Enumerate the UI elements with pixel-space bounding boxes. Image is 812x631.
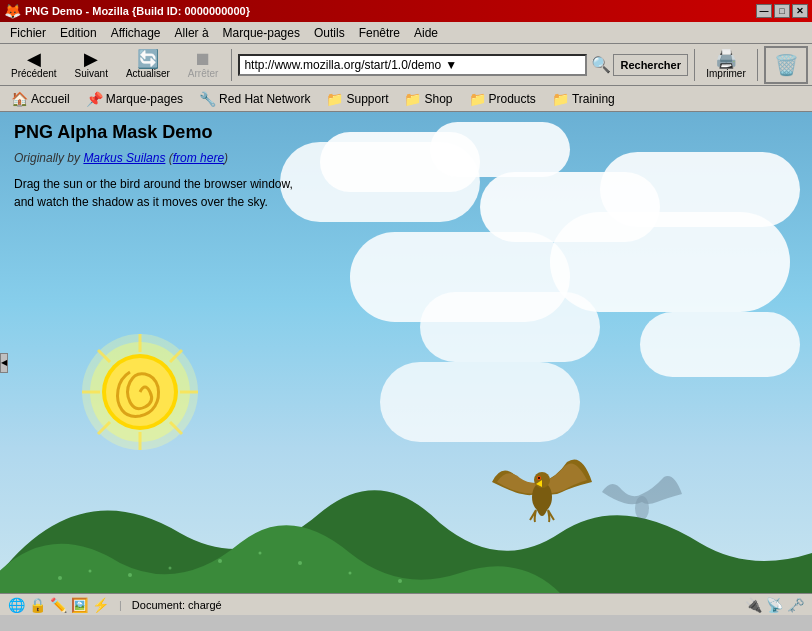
status-icon-5: ⚡ [92,597,109,613]
page-subtitle: Originally by Markus Suilans (from here) [14,151,293,165]
status-icon-3: ✏️ [50,597,67,613]
stop-icon: ⏹ [194,50,212,68]
author-link[interactable]: Markus Suilans [83,151,165,165]
back-label: Précédent [11,68,57,79]
bookmark-shop[interactable]: 📁 Shop [397,88,459,110]
forward-label: Suivant [75,68,108,79]
cloud-7 [550,212,790,312]
print-icon: 🖨️ [715,50,737,68]
svg-point-22 [259,552,262,555]
search-icon: 🔍 [591,55,611,74]
address-area: http://www.mozilla.org/start/1.0/demo ▼ [238,54,587,76]
bookmark-redhat[interactable]: 🔧 Red Hat Network [192,88,317,110]
subtitle-text: Originally by [14,151,80,165]
support-icon: 📁 [326,91,343,107]
dropdown-icon[interactable]: ▼ [445,58,457,72]
content-overlay: PNG Alpha Mask Demo Originally by Markus… [14,122,293,211]
status-bar: 🌐 🔒 ✏️ 🖼️ ⚡ | Document: chargé 🔌 📡 🗝️ [0,593,812,615]
title-bar: 🦊 PNG Demo - Mozilla {Build ID: 00000000… [0,0,812,22]
status-right-icon-1: 🔌 [745,597,762,613]
address-bar[interactable]: http://www.mozilla.org/start/1.0/demo ▼ [238,54,587,76]
bookmark-label: Accueil [31,92,70,106]
toolbar: ◀ Précédent ▶ Suivant 🔄 Actualiser ⏹ Arr… [0,44,812,86]
status-icon-4: 🖼️ [71,597,88,613]
page-description: Drag the sun or the bird around the brow… [14,175,293,211]
svg-point-16 [635,496,649,520]
hills [0,453,812,593]
bookmark-support[interactable]: 📁 Support [319,88,395,110]
status-left: 🌐 🔒 ✏️ 🖼️ ⚡ | Document: chargé [8,597,222,613]
forward-button[interactable]: ▶ Suivant [68,46,115,84]
cloud-9 [640,312,800,377]
toolbar-separator-3 [757,49,758,81]
refresh-label: Actualiser [126,68,170,79]
toolbar-separator-2 [694,49,695,81]
sun[interactable] [80,332,200,452]
search-button[interactable]: Rechercher [613,54,688,76]
bookmark-accueil[interactable]: 🏠 Accueil [4,88,77,110]
toolbar-separator [231,49,232,81]
menu-fenetre[interactable]: Fenêtre [353,24,406,42]
cloud-10 [380,362,580,442]
status-icon-1: 🌐 [8,597,25,613]
menu-bar: Fichier Edition Affichage Aller à Marque… [0,22,812,44]
from-here-link[interactable]: from here [173,151,224,165]
search-label: Rechercher [620,59,681,71]
svg-point-24 [349,572,352,575]
svg-point-25 [398,579,402,583]
svg-point-18 [89,570,92,573]
shop-icon: 📁 [404,91,421,107]
status-right-icon-2: 📡 [766,597,783,613]
svg-point-20 [169,567,172,570]
refresh-button[interactable]: 🔄 Actualiser [119,46,177,84]
training-icon: 📁 [552,91,569,107]
minimize-button[interactable]: — [756,4,772,18]
bookmark-training[interactable]: 📁 Training [545,88,622,110]
menu-affichage[interactable]: Affichage [105,24,167,42]
url-text: http://www.mozilla.org/start/1.0/demo [244,58,441,72]
stop-button[interactable]: ⏹ Arrêter [181,46,226,84]
title-bar-left: 🦊 PNG Demo - Mozilla {Build ID: 00000000… [4,3,250,19]
bookmark-marque-pages[interactable]: 📌 Marque-pages [79,88,190,110]
bookmark-label: Red Hat Network [219,92,310,106]
trash-button[interactable]: 🗑️ [764,46,808,84]
menu-aller[interactable]: Aller à [169,24,215,42]
products-icon: 📁 [469,91,486,107]
close-button[interactable]: ✕ [792,4,808,18]
status-icon-2: 🔒 [29,597,46,613]
status-message: Document: chargé [132,599,222,611]
print-button[interactable]: 🖨️ Imprimer [701,46,751,84]
cloud-8 [420,292,600,362]
forward-icon: ▶ [84,50,98,68]
print-label: Imprimer [706,68,745,79]
refresh-icon: 🔄 [137,50,159,68]
menu-edition[interactable]: Edition [54,24,103,42]
left-panel-toggle[interactable]: ◀ [0,353,8,373]
bookmark-products[interactable]: 📁 Products [462,88,543,110]
svg-point-23 [298,561,302,565]
cloud-3 [430,122,570,177]
back-icon: ◀ [27,50,41,68]
svg-point-21 [218,559,222,563]
status-right-icon-3: 🗝️ [787,597,804,613]
menu-fichier[interactable]: Fichier [4,24,52,42]
menu-outils[interactable]: Outils [308,24,351,42]
back-button[interactable]: ◀ Précédent [4,46,64,84]
eagle[interactable] [492,452,592,532]
main-content: ◀ PNG Alpha Mask Demo Originally by Mark… [0,112,812,593]
menu-marque-pages[interactable]: Marque-pages [217,24,306,42]
bookmark-label: Marque-pages [106,92,183,106]
bookmark-icon: 📌 [86,91,103,107]
page-title: PNG Alpha Mask Demo [14,122,293,143]
app-icon: 🦊 [4,3,21,19]
svg-point-15 [538,477,540,479]
bookmarks-bar: 🏠 Accueil 📌 Marque-pages 🔧 Red Hat Netwo… [0,86,812,112]
window-title: PNG Demo - Mozilla {Build ID: 0000000000… [25,5,250,17]
maximize-button[interactable]: □ [774,4,790,18]
redhat-icon: 🔧 [199,91,216,107]
title-bar-controls[interactable]: — □ ✕ [756,4,808,18]
menu-aide[interactable]: Aide [408,24,444,42]
trash-icon: 🗑️ [774,53,799,77]
home-icon: 🏠 [11,91,28,107]
svg-point-17 [58,576,62,580]
